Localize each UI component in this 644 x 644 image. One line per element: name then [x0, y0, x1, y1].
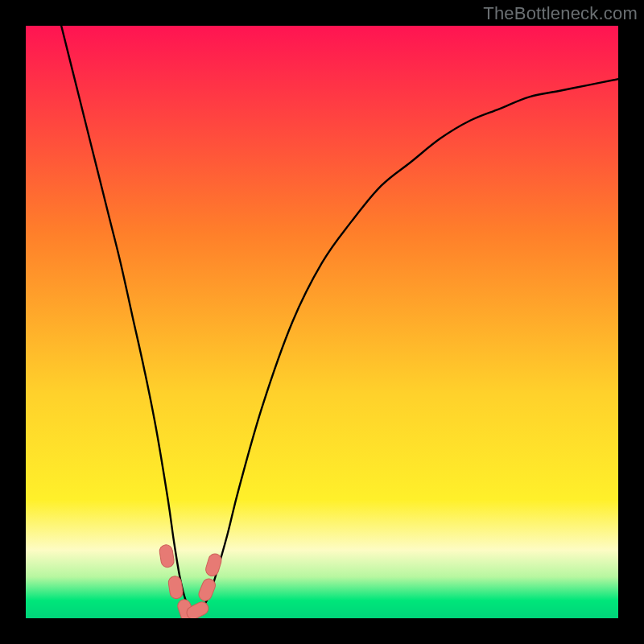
attribution-text: TheBottleneck.com — [483, 3, 638, 24]
gradient-background — [26, 26, 618, 618]
chart-frame: TheBottleneck.com — [0, 0, 644, 644]
plot-area — [26, 26, 618, 618]
bottleneck-chart — [26, 26, 618, 618]
